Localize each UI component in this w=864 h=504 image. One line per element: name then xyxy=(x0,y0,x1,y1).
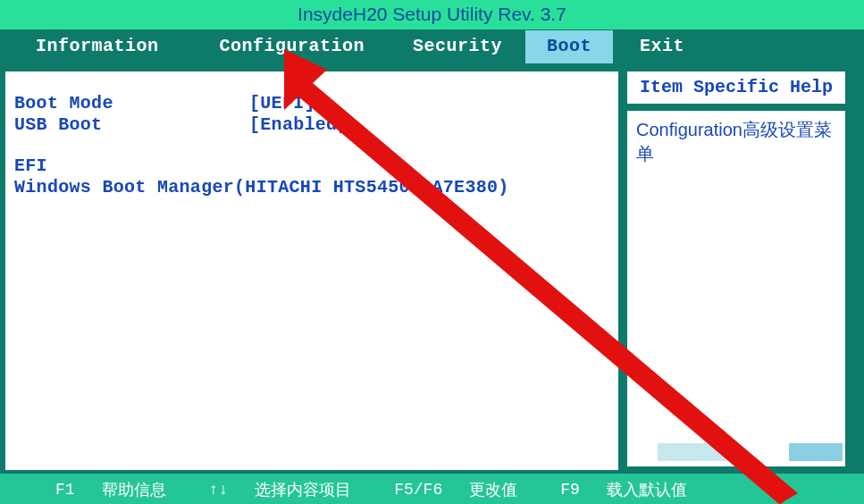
help-header: Item Specific Help xyxy=(625,70,847,105)
setting-boot-mode[interactable]: Boot Mode UEFI xyxy=(14,93,609,114)
key-f5f6: F5/F6 xyxy=(394,481,442,499)
bios-title: InsydeH20 Setup Utility Rev. 3.7 xyxy=(0,0,864,29)
setting-label: USB Boot xyxy=(14,114,249,136)
label-f1: 帮助信息 xyxy=(102,479,166,500)
setting-value: UEFI xyxy=(249,93,315,114)
footer-keys: F1 帮助信息 ↑↓ 选择内容项目 F5/F6 更改值 F9 载入默认值 xyxy=(0,474,864,504)
smudge xyxy=(658,443,738,461)
key-f9: F9 xyxy=(560,481,580,499)
tab-information[interactable]: Information xyxy=(0,30,195,63)
key-arrows: ↑↓ xyxy=(209,481,229,499)
setting-value: Enabled xyxy=(249,114,348,136)
setting-usb-boot[interactable]: USB Boot Enabled xyxy=(14,114,609,136)
setting-label: Boot Mode xyxy=(14,93,249,114)
help-text: Configuration高级设置菜单 xyxy=(636,120,832,164)
key-f1: F1 xyxy=(55,481,75,499)
tab-security[interactable]: Security xyxy=(390,30,525,63)
label-arrows: 选择内容项目 xyxy=(255,479,351,500)
bios-body: Boot Mode UEFI USB Boot Enabled EFI Wind… xyxy=(0,66,864,474)
label-f5f6: 更改值 xyxy=(469,479,517,500)
tab-exit[interactable]: Exit xyxy=(613,30,711,63)
main-panel: Boot Mode UEFI USB Boot Enabled EFI Wind… xyxy=(4,70,620,472)
help-body: Configuration高级设置菜单 xyxy=(625,109,847,468)
tab-configuration[interactable]: Configuration xyxy=(195,30,390,63)
label-f9: 载入默认值 xyxy=(607,479,687,500)
tab-boot[interactable]: Boot xyxy=(525,30,613,63)
bios-menubar: Information Configuration Security Boot … xyxy=(0,29,864,66)
efi-heading: EFI xyxy=(14,155,609,177)
smudge xyxy=(789,443,843,461)
boot-entry[interactable]: Windows Boot Manager(HITACHI HTS545050A7… xyxy=(14,177,609,198)
help-column: Item Specific Help Configuration高级设置菜单 xyxy=(625,70,847,472)
